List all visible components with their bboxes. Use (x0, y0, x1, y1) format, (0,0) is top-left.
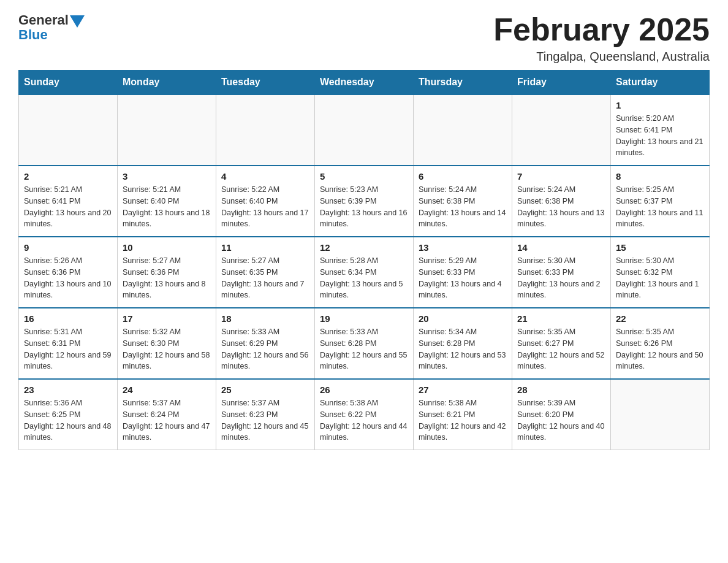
day-number: 17 (123, 313, 211, 324)
location-text: Tingalpa, Queensland, Australia (493, 50, 710, 64)
day-info: Sunrise: 5:25 AMSunset: 6:37 PMDaylight:… (616, 184, 704, 230)
day-info: Sunrise: 5:27 AMSunset: 6:36 PMDaylight:… (123, 255, 211, 301)
calendar-cell: 22Sunrise: 5:35 AMSunset: 6:26 PMDayligh… (611, 308, 710, 379)
calendar-cell: 28Sunrise: 5:39 AMSunset: 6:20 PMDayligh… (512, 379, 611, 450)
month-title: February 2025 (493, 12, 710, 47)
calendar-week-4: 16Sunrise: 5:31 AMSunset: 6:31 PMDayligh… (19, 308, 710, 379)
day-info: Sunrise: 5:37 AMSunset: 6:23 PMDaylight:… (221, 397, 309, 443)
col-wednesday: Wednesday (315, 71, 414, 95)
title-block: February 2025 Tingalpa, Queensland, Aust… (493, 12, 710, 64)
day-number: 9 (24, 242, 112, 253)
day-number: 18 (221, 313, 309, 324)
day-number: 23 (24, 385, 112, 395)
day-info: Sunrise: 5:39 AMSunset: 6:20 PMDaylight:… (517, 397, 605, 443)
day-info: Sunrise: 5:30 AMSunset: 6:32 PMDaylight:… (616, 255, 704, 301)
logo-general-text: General (18, 12, 69, 28)
calendar-cell: 10Sunrise: 5:27 AMSunset: 6:36 PMDayligh… (118, 237, 216, 308)
calendar-cell: 8Sunrise: 5:25 AMSunset: 6:37 PMDaylight… (611, 166, 710, 237)
day-info: Sunrise: 5:38 AMSunset: 6:22 PMDaylight:… (320, 397, 408, 443)
day-info: Sunrise: 5:20 AMSunset: 6:41 PMDaylight:… (616, 113, 704, 159)
calendar-cell (315, 94, 414, 166)
calendar-cell (216, 94, 315, 166)
day-number: 11 (221, 242, 309, 253)
day-info: Sunrise: 5:27 AMSunset: 6:35 PMDaylight:… (221, 255, 309, 301)
calendar-cell: 23Sunrise: 5:36 AMSunset: 6:25 PMDayligh… (19, 379, 118, 450)
day-info: Sunrise: 5:22 AMSunset: 6:40 PMDaylight:… (221, 184, 309, 230)
day-number: 15 (616, 242, 704, 253)
calendar-cell: 16Sunrise: 5:31 AMSunset: 6:31 PMDayligh… (19, 308, 118, 379)
day-info: Sunrise: 5:33 AMSunset: 6:29 PMDaylight:… (221, 326, 309, 372)
day-info: Sunrise: 5:33 AMSunset: 6:28 PMDaylight:… (320, 326, 408, 372)
day-info: Sunrise: 5:24 AMSunset: 6:38 PMDaylight:… (419, 184, 507, 230)
logo: General Blue (18, 12, 85, 43)
calendar-cell: 12Sunrise: 5:28 AMSunset: 6:34 PMDayligh… (315, 237, 414, 308)
calendar-cell: 6Sunrise: 5:24 AMSunset: 6:38 PMDaylight… (414, 166, 512, 237)
day-info: Sunrise: 5:38 AMSunset: 6:21 PMDaylight:… (419, 397, 507, 443)
calendar-cell (414, 94, 512, 166)
calendar-cell: 24Sunrise: 5:37 AMSunset: 6:24 PMDayligh… (118, 379, 216, 450)
calendar-cell (512, 94, 611, 166)
day-number: 12 (320, 242, 408, 253)
logo-arrow-icon (70, 15, 85, 28)
calendar-table: Sunday Monday Tuesday Wednesday Thursday… (18, 70, 710, 450)
calendar-cell: 18Sunrise: 5:33 AMSunset: 6:29 PMDayligh… (216, 308, 315, 379)
day-number: 1 (616, 100, 704, 110)
day-info: Sunrise: 5:35 AMSunset: 6:26 PMDaylight:… (616, 326, 704, 372)
calendar-cell: 25Sunrise: 5:37 AMSunset: 6:23 PMDayligh… (216, 379, 315, 450)
day-number: 5 (320, 171, 408, 182)
day-number: 19 (320, 313, 408, 324)
day-number: 21 (517, 313, 605, 324)
col-thursday: Thursday (414, 71, 512, 95)
day-number: 13 (419, 242, 507, 253)
calendar-cell: 7Sunrise: 5:24 AMSunset: 6:38 PMDaylight… (512, 166, 611, 237)
calendar-cell: 17Sunrise: 5:32 AMSunset: 6:30 PMDayligh… (118, 308, 216, 379)
page-header: General Blue February 2025 Tingalpa, Que… (18, 12, 710, 64)
day-info: Sunrise: 5:31 AMSunset: 6:31 PMDaylight:… (24, 326, 112, 372)
calendar-cell: 2Sunrise: 5:21 AMSunset: 6:41 PMDaylight… (19, 166, 118, 237)
day-number: 14 (517, 242, 605, 253)
day-number: 4 (221, 171, 309, 182)
day-number: 10 (123, 242, 211, 253)
day-number: 6 (419, 171, 507, 182)
day-info: Sunrise: 5:26 AMSunset: 6:36 PMDaylight:… (24, 255, 112, 301)
day-number: 16 (24, 313, 112, 324)
calendar-cell: 13Sunrise: 5:29 AMSunset: 6:33 PMDayligh… (414, 237, 512, 308)
calendar-cell (118, 94, 216, 166)
calendar-cell: 11Sunrise: 5:27 AMSunset: 6:35 PMDayligh… (216, 237, 315, 308)
col-sunday: Sunday (19, 71, 118, 95)
day-number: 20 (419, 313, 507, 324)
day-info: Sunrise: 5:24 AMSunset: 6:38 PMDaylight:… (517, 184, 605, 230)
calendar-cell: 15Sunrise: 5:30 AMSunset: 6:32 PMDayligh… (611, 237, 710, 308)
header-row: Sunday Monday Tuesday Wednesday Thursday… (19, 71, 710, 95)
col-monday: Monday (118, 71, 216, 95)
day-number: 28 (517, 385, 605, 395)
calendar-cell: 3Sunrise: 5:21 AMSunset: 6:40 PMDaylight… (118, 166, 216, 237)
day-info: Sunrise: 5:37 AMSunset: 6:24 PMDaylight:… (123, 397, 211, 443)
day-info: Sunrise: 5:34 AMSunset: 6:28 PMDaylight:… (419, 326, 507, 372)
day-info: Sunrise: 5:30 AMSunset: 6:33 PMDaylight:… (517, 255, 605, 301)
calendar-cell: 9Sunrise: 5:26 AMSunset: 6:36 PMDaylight… (19, 237, 118, 308)
calendar-cell: 19Sunrise: 5:33 AMSunset: 6:28 PMDayligh… (315, 308, 414, 379)
day-number: 3 (123, 171, 211, 182)
day-number: 24 (123, 385, 211, 395)
day-info: Sunrise: 5:23 AMSunset: 6:39 PMDaylight:… (320, 184, 408, 230)
day-number: 8 (616, 171, 704, 182)
day-info: Sunrise: 5:29 AMSunset: 6:33 PMDaylight:… (419, 255, 507, 301)
col-friday: Friday (512, 71, 611, 95)
calendar-cell: 5Sunrise: 5:23 AMSunset: 6:39 PMDaylight… (315, 166, 414, 237)
calendar-week-1: 1Sunrise: 5:20 AMSunset: 6:41 PMDaylight… (19, 94, 710, 166)
calendar-cell: 27Sunrise: 5:38 AMSunset: 6:21 PMDayligh… (414, 379, 512, 450)
day-info: Sunrise: 5:32 AMSunset: 6:30 PMDaylight:… (123, 326, 211, 372)
calendar-cell: 14Sunrise: 5:30 AMSunset: 6:33 PMDayligh… (512, 237, 611, 308)
calendar-cell (19, 94, 118, 166)
calendar-cell (611, 379, 710, 450)
logo-blue-text: Blue (18, 27, 48, 43)
calendar-cell: 4Sunrise: 5:22 AMSunset: 6:40 PMDaylight… (216, 166, 315, 237)
day-info: Sunrise: 5:28 AMSunset: 6:34 PMDaylight:… (320, 255, 408, 301)
calendar-cell: 26Sunrise: 5:38 AMSunset: 6:22 PMDayligh… (315, 379, 414, 450)
day-info: Sunrise: 5:35 AMSunset: 6:27 PMDaylight:… (517, 326, 605, 372)
col-tuesday: Tuesday (216, 71, 315, 95)
day-info: Sunrise: 5:36 AMSunset: 6:25 PMDaylight:… (24, 397, 112, 443)
calendar-week-2: 2Sunrise: 5:21 AMSunset: 6:41 PMDaylight… (19, 166, 710, 237)
calendar-cell: 1Sunrise: 5:20 AMSunset: 6:41 PMDaylight… (611, 94, 710, 166)
